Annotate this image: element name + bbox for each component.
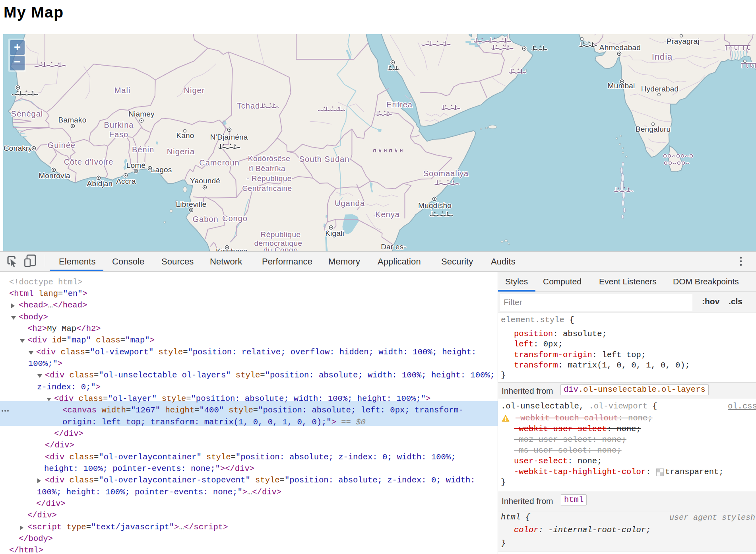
svg-text:Congo: Congo <box>222 214 248 223</box>
svg-text:Accra: Accra <box>116 177 136 185</box>
svg-text:Kigali: Kigali <box>325 229 344 237</box>
svg-text:Guinée: Guinée <box>48 141 76 150</box>
svg-text:Mali: Mali <box>114 86 131 95</box>
svg-text:India: India <box>652 52 673 62</box>
svg-text:Kenya: Kenya <box>375 210 400 219</box>
svg-text:Gabon: Gabon <box>192 215 218 224</box>
svg-text:Eritrea: Eritrea <box>386 100 413 109</box>
svg-text:du Congo: du Congo <box>264 246 298 251</box>
svg-text:Cameroun: Cameroun <box>199 158 239 167</box>
svg-text:Abidjan: Abidjan <box>87 179 113 188</box>
svg-text:Kano: Kano <box>176 131 194 140</box>
svg-text:Kodörösêse: Kodörösêse <box>248 154 290 163</box>
svg-text:Uganda: Uganda <box>335 199 365 208</box>
svg-text:Sénégal: Sénégal <box>11 109 43 118</box>
svg-text:Lagos: Lagos <box>151 165 172 174</box>
svg-text:Tchad: Tchad <box>237 101 260 110</box>
svg-text:Bengaluru: Bengaluru <box>636 125 671 133</box>
svg-text:South Sudan: South Sudan <box>299 155 350 163</box>
svg-text:Hyderabad: Hyderabad <box>641 85 679 93</box>
svg-text:Conakry: Conakry <box>4 144 32 152</box>
svg-text:Prayagraj: Prayagraj <box>666 37 699 45</box>
svg-text:Kinshasa: Kinshasa <box>216 247 248 251</box>
svg-text:Côte d'Ivoire: Côte d'Ivoire <box>64 157 114 166</box>
svg-text:Niger: Niger <box>184 86 205 95</box>
svg-text:Monrovia: Monrovia <box>39 171 70 180</box>
svg-text:République: République <box>260 230 300 239</box>
svg-text:Soomaaliya: Soomaaliya <box>423 169 469 178</box>
svg-text:Nigeria: Nigeria <box>167 147 195 156</box>
svg-text:tî Bêafrîka: tî Bêafrîka <box>249 164 285 173</box>
svg-text:Faso: Faso <box>109 130 128 139</box>
svg-text:Yaoundé: Yaoundé <box>190 177 220 185</box>
svg-text:Burkina: Burkina <box>104 121 134 129</box>
svg-text:N'Djaména: N'Djaména <box>210 133 248 141</box>
svg-text:Bamako: Bamako <box>58 116 87 124</box>
svg-text:Centrafricaine: Centrafricaine <box>242 184 292 192</box>
svg-text:Ahmedabad: Ahmedabad <box>599 43 641 52</box>
svg-text:Libreville: Libreville <box>176 200 207 208</box>
svg-text:Niamey: Niamey <box>128 110 155 118</box>
svg-text:Muqdisho: Muqdisho <box>418 201 452 210</box>
svg-text:Dar es-: Dar es- <box>381 243 406 251</box>
svg-text:Lomé: Lomé <box>126 161 145 169</box>
svg-text:Bénin: Bénin <box>132 145 154 154</box>
svg-text:- République: - République <box>246 174 292 183</box>
